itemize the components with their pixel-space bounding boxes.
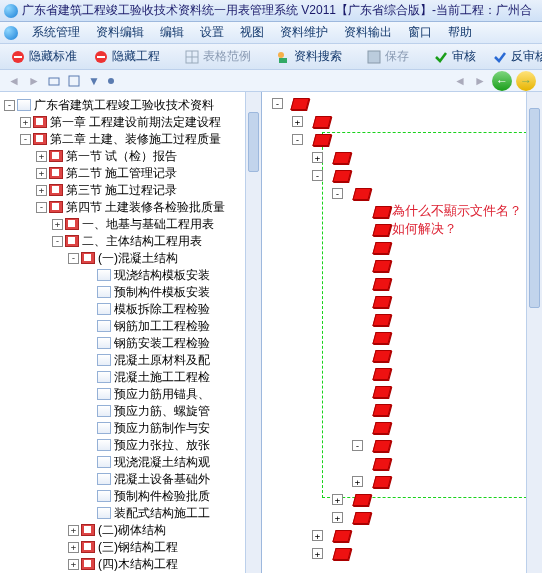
tree-node[interactable]: +一、地基与基础工程用表 [4, 216, 259, 232]
expand-toggle[interactable]: + [68, 542, 79, 553]
table-sample-button[interactable]: 表格范例 [178, 46, 257, 67]
right-tree-item[interactable]: - [352, 440, 367, 451]
expand-toggle[interactable]: + [52, 219, 63, 230]
menu-item[interactable]: 资料维护 [272, 22, 336, 43]
right-tree-item[interactable] [374, 278, 390, 290]
menu-item[interactable]: 视图 [232, 22, 272, 43]
tree-node[interactable]: 装配式结构施工工 [4, 505, 259, 521]
tree-node[interactable]: 钢筋安装工程检验 [4, 335, 259, 351]
hide-project-button[interactable]: 隐藏工程 [87, 46, 166, 67]
menu-item[interactable]: 资料编辑 [88, 22, 152, 43]
right-tree-item[interactable] [374, 404, 390, 416]
tree-node[interactable]: 预制构件检验批质 [4, 488, 259, 504]
menu-item[interactable]: 资料输出 [336, 22, 400, 43]
tree-node[interactable]: 混凝土施工工程检 [4, 369, 259, 385]
right-tree-item[interactable] [374, 314, 390, 326]
tree-node[interactable]: +第二节 施工管理记录 [4, 165, 259, 181]
right-tree-item[interactable] [374, 260, 390, 272]
tree-node[interactable]: 钢筋加工工程检验 [4, 318, 259, 334]
unaudit-button[interactable]: 反审核 [486, 46, 542, 67]
save-button[interactable]: 保存 [360, 46, 415, 67]
nav-fwd2-button[interactable]: ► [472, 73, 488, 89]
tree-node[interactable]: 预制构件模板安装 [4, 284, 259, 300]
scrollbar-thumb[interactable] [529, 108, 540, 308]
tree-scroll[interactable]: -广东省建筑工程竣工验收技术资料+第一章 工程建设前期法定建设程-第二章 土建、… [0, 92, 261, 573]
menu-item[interactable]: 窗口 [400, 22, 440, 43]
collapse-toggle[interactable]: - [36, 202, 47, 213]
tree-node[interactable]: +第三节 施工过程记录 [4, 182, 259, 198]
nav-back-button[interactable]: ◄ [6, 73, 22, 89]
right-tree-item[interactable]: - [332, 188, 347, 199]
tree-node[interactable]: -二、主体结构工程用表 [4, 233, 259, 249]
right-tree-item[interactable] [374, 224, 390, 236]
right-tree-item[interactable] [374, 458, 390, 470]
menu-item[interactable]: 设置 [192, 22, 232, 43]
right-tree-item[interactable] [374, 440, 390, 452]
right-tree-item[interactable] [374, 350, 390, 362]
tree-node[interactable]: 预应力张拉、放张 [4, 437, 259, 453]
right-tree-item[interactable] [374, 422, 390, 434]
right-tree-item[interactable] [314, 134, 330, 146]
expand-toggle[interactable]: + [332, 494, 343, 505]
right-tree-item[interactable] [354, 494, 370, 506]
tree-node[interactable]: 现浇结构模板安装 [4, 267, 259, 283]
tree-node[interactable]: 预应力筋、螺旋管 [4, 403, 259, 419]
expand-toggle[interactable]: + [20, 117, 31, 128]
right-tree-item[interactable]: - [312, 170, 327, 181]
tree-node[interactable]: +第一章 工程建设前期法定建设程 [4, 114, 259, 130]
right-tree-item[interactable] [334, 152, 350, 164]
scrollbar-thumb[interactable] [248, 112, 259, 172]
right-tree-item[interactable] [374, 476, 390, 488]
menu-item[interactable]: 系统管理 [24, 22, 88, 43]
right-vscrollbar[interactable] [526, 92, 542, 573]
doc-search-button[interactable]: 资料搜索 [269, 46, 348, 67]
tree-node[interactable]: +(四)木结构工程 [4, 556, 259, 572]
tree-node[interactable]: -第四节 土建装修各检验批质量 [4, 199, 259, 215]
expand-toggle[interactable]: + [68, 559, 79, 570]
collapse-toggle[interactable]: - [272, 98, 283, 109]
tree-node[interactable]: 现浇混凝土结构观 [4, 454, 259, 470]
fwd-circle-button[interactable]: → [516, 71, 536, 91]
tree-node[interactable]: 混凝土设备基础外 [4, 471, 259, 487]
expand-toggle[interactable]: + [312, 530, 323, 541]
expand-toggle[interactable]: + [68, 525, 79, 536]
collapse-toggle[interactable]: - [292, 134, 303, 145]
nav-fwd-button[interactable]: ► [26, 73, 42, 89]
tree-node[interactable]: -(一)混凝土结构 [4, 250, 259, 266]
right-tree-item[interactable]: - [292, 134, 307, 145]
tree-node[interactable]: 预应力筋制作与安 [4, 420, 259, 436]
right-tree-item[interactable]: + [312, 530, 327, 541]
tree-node[interactable]: -第二章 土建、装修施工过程质量 [4, 131, 259, 147]
nav-button[interactable] [66, 73, 82, 89]
right-tree-item[interactable] [374, 242, 390, 254]
back-circle-button[interactable]: ← [492, 71, 512, 91]
nav-button[interactable] [46, 73, 62, 89]
tree-node[interactable]: -广东省建筑工程竣工验收技术资料 [4, 97, 259, 113]
expand-toggle[interactable]: + [312, 548, 323, 559]
right-tree-item[interactable]: + [312, 548, 327, 559]
nav-button[interactable]: ▼ [86, 73, 102, 89]
right-tree-item[interactable] [292, 98, 308, 110]
tree-node[interactable]: 模板拆除工程检验 [4, 301, 259, 317]
nav-back2-button[interactable]: ◄ [452, 73, 468, 89]
right-tree-item[interactable] [334, 548, 350, 560]
menu-item[interactable]: 帮助 [440, 22, 480, 43]
right-tree-item[interactable]: - [272, 98, 287, 109]
right-tree-item[interactable] [334, 170, 350, 182]
menu-item[interactable]: 编辑 [152, 22, 192, 43]
expand-toggle[interactable]: + [312, 152, 323, 163]
expand-toggle[interactable]: + [292, 116, 303, 127]
collapse-toggle[interactable]: - [68, 253, 79, 264]
tree-vscrollbar[interactable] [245, 92, 261, 573]
right-tree-item[interactable] [314, 116, 330, 128]
tree-node[interactable]: +(二)砌体结构 [4, 522, 259, 538]
tree-node[interactable]: +(三)钢结构工程 [4, 539, 259, 555]
expand-toggle[interactable]: + [332, 512, 343, 523]
right-tree-item[interactable] [354, 188, 370, 200]
tree-node[interactable]: 混凝土原材料及配 [4, 352, 259, 368]
expand-toggle[interactable]: + [352, 476, 363, 487]
right-tree-item[interactable] [334, 530, 350, 542]
right-tree-item[interactable] [374, 296, 390, 308]
right-tree-item[interactable]: + [332, 494, 347, 505]
collapse-toggle[interactable]: - [4, 100, 15, 111]
